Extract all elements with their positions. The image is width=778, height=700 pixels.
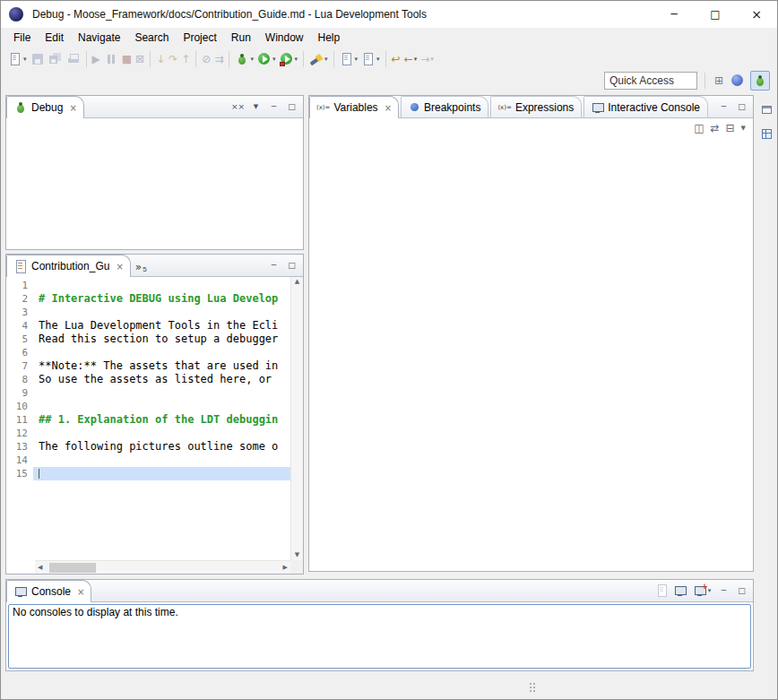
- editor-view-buttons: ─ □: [266, 258, 303, 276]
- skip-all-breakpoints-button[interactable]: ⊘: [200, 49, 212, 69]
- maximize-view-button[interactable]: □: [284, 99, 299, 114]
- run-button[interactable]: ▾: [255, 49, 278, 69]
- disconnect-button[interactable]: ⊠: [134, 49, 146, 69]
- tab-variables[interactable]: (x)= Variables ×: [309, 96, 399, 118]
- open-task-button[interactable]: ▾: [359, 49, 382, 69]
- tab-interactive-console[interactable]: Interactive Console: [584, 96, 708, 117]
- terminate-button[interactable]: ■: [120, 49, 134, 69]
- console-view: Console × +▾ ─ □ No consoles to display …: [5, 579, 754, 671]
- app-icon[interactable]: [9, 7, 23, 22]
- new-button[interactable]: ▾: [6, 49, 29, 69]
- debug-button[interactable]: ▾: [233, 49, 255, 69]
- tab-breakpoints[interactable]: Breakpoints: [401, 96, 488, 117]
- menu-file[interactable]: File: [6, 29, 38, 47]
- window-maximize-button[interactable]: □: [695, 1, 736, 28]
- close-tab-icon[interactable]: ×: [385, 103, 392, 113]
- scroll-up-icon[interactable]: ▲: [292, 279, 302, 285]
- close-tab-icon[interactable]: ×: [116, 262, 123, 272]
- save-button[interactable]: [29, 49, 47, 69]
- menubar: File Edit Navigate Search Project Run Wi…: [1, 28, 777, 48]
- editor-line: 6: [6, 346, 290, 359]
- close-tab-icon[interactable]: ×: [69, 103, 76, 113]
- collapse-all-button[interactable]: ⊟: [726, 122, 735, 134]
- print-button[interactable]: [65, 49, 82, 69]
- suspend-button[interactable]: [102, 49, 120, 69]
- tab-contribution-guide[interactable]: Contribution_Gu ×: [6, 255, 131, 277]
- plus-icon: +: [701, 582, 708, 591]
- editor-tab-overflow-button[interactable]: » 5: [133, 261, 151, 276]
- window-close-button[interactable]: ×: [736, 1, 777, 28]
- line-number: 13: [6, 440, 33, 454]
- step-over-button[interactable]: ↷: [167, 49, 179, 69]
- scroll-down-icon[interactable]: ▼: [292, 552, 302, 558]
- menu-run[interactable]: Run: [224, 29, 258, 47]
- menu-search[interactable]: Search: [127, 29, 176, 47]
- open-console-icon: +: [693, 583, 707, 598]
- scroll-left-icon[interactable]: ◀: [35, 565, 45, 571]
- editor-text-area[interactable]: 1 2# Interactive DEBUG using Lua Develop…: [6, 277, 303, 574]
- tab-expressions[interactable]: (x)= Expressions: [490, 96, 582, 117]
- maximize-view-button[interactable]: □: [734, 583, 749, 598]
- maximize-view-button[interactable]: □: [734, 99, 749, 114]
- line-number: 12: [6, 427, 33, 440]
- last-edit-location-button[interactable]: ↩: [390, 49, 402, 69]
- view-menu-button[interactable]: ▼: [741, 125, 746, 132]
- editor-vertical-scrollbar[interactable]: ▲ ▼: [290, 277, 303, 560]
- dropdown-arrow-icon: ▾: [295, 56, 298, 63]
- sash-grip[interactable]: [530, 683, 532, 685]
- view-menu-button[interactable]: ▼: [248, 99, 264, 114]
- menu-help[interactable]: Help: [311, 29, 348, 47]
- new-wizard-button[interactable]: ▾: [338, 49, 360, 69]
- step-return-button[interactable]: ↑: [179, 49, 192, 69]
- save-icon: [30, 52, 45, 66]
- minimize-view-button[interactable]: ─: [716, 99, 731, 114]
- display-selected-console-button[interactable]: [672, 583, 687, 598]
- menu-project[interactable]: Project: [176, 29, 223, 47]
- window-minimize-button[interactable]: ─: [653, 1, 695, 28]
- quick-access-box[interactable]: Quick Access: [604, 72, 697, 90]
- save-all-button[interactable]: [47, 49, 65, 69]
- use-step-filters-button[interactable]: ⇉: [212, 49, 225, 69]
- minimize-view-button[interactable]: ─: [266, 99, 281, 114]
- tab-debug[interactable]: Debug ×: [6, 96, 84, 118]
- open-perspective-button[interactable]: ⊞: [713, 71, 725, 91]
- step-into-button[interactable]: ↓: [154, 49, 167, 69]
- minimize-view-button[interactable]: ─: [266, 258, 281, 272]
- editor-line: 12: [6, 427, 290, 440]
- tab-console[interactable]: Console ×: [6, 580, 91, 602]
- interactive-console-icon: [591, 100, 604, 115]
- search-button[interactable]: ▾: [307, 49, 330, 69]
- minimized-view-button[interactable]: [758, 125, 774, 142]
- code-text: ## 1. Explanation of the LDT debuggin: [33, 413, 290, 427]
- maximize-view-button[interactable]: □: [284, 258, 299, 272]
- restore-view-button[interactable]: [758, 101, 774, 117]
- editor-horizontal-scrollbar[interactable]: ◀ ▶: [35, 560, 290, 574]
- pin-console-button[interactable]: [654, 583, 670, 598]
- resume-button[interactable]: ▶: [91, 49, 102, 69]
- external-tools-button[interactable]: ▾: [278, 49, 300, 69]
- remove-all-terminated-button[interactable]: ××: [230, 99, 246, 114]
- editor-tabbar: Contribution_Gu × » 5 ─ □: [6, 255, 303, 277]
- show-logical-structures-button[interactable]: ◫: [694, 122, 704, 134]
- open-console-button[interactable]: +▾: [690, 583, 713, 598]
- forward-button[interactable]: →▾: [419, 49, 436, 69]
- editor-area: Contribution_Gu × » 5 ─ □ 1 2# Interacti…: [5, 254, 304, 575]
- scroll-right-icon[interactable]: ▶: [281, 565, 290, 571]
- menu-navigate[interactable]: Navigate: [71, 29, 127, 47]
- close-tab-icon[interactable]: ×: [77, 587, 84, 597]
- menu-window[interactable]: Window: [258, 29, 311, 47]
- code-text: [33, 467, 290, 480]
- code-text: [33, 454, 290, 467]
- disconnect-icon: ⊠: [135, 52, 144, 66]
- debug-perspective-button[interactable]: [750, 71, 770, 91]
- lua-perspective-icon: [730, 73, 745, 88]
- back-button[interactable]: ←▾: [402, 49, 419, 69]
- scrollbar-thumb[interactable]: [49, 563, 96, 573]
- show-type-names-button[interactable]: ⇄: [710, 122, 719, 134]
- menu-edit[interactable]: Edit: [38, 29, 71, 47]
- back-arrow-icon: ←: [404, 52, 413, 66]
- dropdown-arrow-icon: ▾: [708, 587, 712, 594]
- lua-perspective-button[interactable]: [729, 71, 747, 91]
- minimize-view-button[interactable]: ─: [716, 583, 731, 598]
- editor-line: 2# Interactive DEBUG using Lua Develop: [6, 292, 290, 306]
